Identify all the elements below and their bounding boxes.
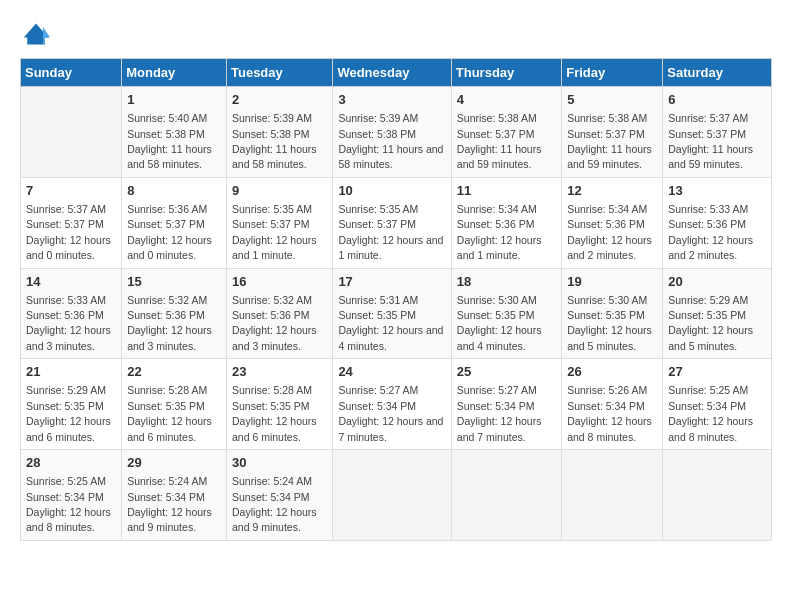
day-info: Sunrise: 5:39 AM Sunset: 5:38 PM Dayligh…: [232, 112, 317, 170]
calendar-cell: [663, 450, 772, 541]
day-number: 20: [668, 273, 766, 291]
day-info: Sunrise: 5:27 AM Sunset: 5:34 PM Dayligh…: [457, 384, 542, 442]
day-number: 15: [127, 273, 221, 291]
day-number: 10: [338, 182, 445, 200]
day-number: 21: [26, 363, 116, 381]
calendar-cell: 25 Sunrise: 5:27 AM Sunset: 5:34 PM Dayl…: [451, 359, 561, 450]
day-info: Sunrise: 5:33 AM Sunset: 5:36 PM Dayligh…: [26, 294, 111, 352]
day-number: 9: [232, 182, 327, 200]
day-info: Sunrise: 5:36 AM Sunset: 5:37 PM Dayligh…: [127, 203, 212, 261]
day-number: 13: [668, 182, 766, 200]
calendar-cell: [333, 450, 451, 541]
day-number: 23: [232, 363, 327, 381]
day-number: 2: [232, 91, 327, 109]
calendar-cell: 26 Sunrise: 5:26 AM Sunset: 5:34 PM Dayl…: [562, 359, 663, 450]
day-info: Sunrise: 5:25 AM Sunset: 5:34 PM Dayligh…: [26, 475, 111, 533]
day-info: Sunrise: 5:38 AM Sunset: 5:37 PM Dayligh…: [567, 112, 652, 170]
day-number: 5: [567, 91, 657, 109]
calendar-cell: [562, 450, 663, 541]
header-day: Monday: [122, 59, 227, 87]
calendar-cell: 29 Sunrise: 5:24 AM Sunset: 5:34 PM Dayl…: [122, 450, 227, 541]
calendar-cell: 9 Sunrise: 5:35 AM Sunset: 5:37 PM Dayli…: [226, 177, 332, 268]
day-number: 27: [668, 363, 766, 381]
calendar-cell: 2 Sunrise: 5:39 AM Sunset: 5:38 PM Dayli…: [226, 87, 332, 178]
day-info: Sunrise: 5:33 AM Sunset: 5:36 PM Dayligh…: [668, 203, 753, 261]
day-number: 24: [338, 363, 445, 381]
calendar-cell: 7 Sunrise: 5:37 AM Sunset: 5:37 PM Dayli…: [21, 177, 122, 268]
calendar-cell: [451, 450, 561, 541]
calendar-cell: 1 Sunrise: 5:40 AM Sunset: 5:38 PM Dayli…: [122, 87, 227, 178]
calendar-cell: 3 Sunrise: 5:39 AM Sunset: 5:38 PM Dayli…: [333, 87, 451, 178]
day-number: 26: [567, 363, 657, 381]
calendar-cell: 17 Sunrise: 5:31 AM Sunset: 5:35 PM Dayl…: [333, 268, 451, 359]
logo: [20, 20, 56, 48]
day-number: 22: [127, 363, 221, 381]
calendar-cell: [21, 87, 122, 178]
header-day: Sunday: [21, 59, 122, 87]
day-info: Sunrise: 5:25 AM Sunset: 5:34 PM Dayligh…: [668, 384, 753, 442]
day-info: Sunrise: 5:28 AM Sunset: 5:35 PM Dayligh…: [127, 384, 212, 442]
day-number: 16: [232, 273, 327, 291]
day-info: Sunrise: 5:32 AM Sunset: 5:36 PM Dayligh…: [232, 294, 317, 352]
day-number: 14: [26, 273, 116, 291]
day-number: 3: [338, 91, 445, 109]
day-number: 30: [232, 454, 327, 472]
calendar-cell: 13 Sunrise: 5:33 AM Sunset: 5:36 PM Dayl…: [663, 177, 772, 268]
day-number: 17: [338, 273, 445, 291]
day-info: Sunrise: 5:24 AM Sunset: 5:34 PM Dayligh…: [127, 475, 212, 533]
calendar-cell: 16 Sunrise: 5:32 AM Sunset: 5:36 PM Dayl…: [226, 268, 332, 359]
calendar-cell: 11 Sunrise: 5:34 AM Sunset: 5:36 PM Dayl…: [451, 177, 561, 268]
day-info: Sunrise: 5:29 AM Sunset: 5:35 PM Dayligh…: [668, 294, 753, 352]
day-info: Sunrise: 5:37 AM Sunset: 5:37 PM Dayligh…: [668, 112, 753, 170]
calendar-cell: 19 Sunrise: 5:30 AM Sunset: 5:35 PM Dayl…: [562, 268, 663, 359]
day-number: 12: [567, 182, 657, 200]
calendar-cell: 21 Sunrise: 5:29 AM Sunset: 5:35 PM Dayl…: [21, 359, 122, 450]
day-info: Sunrise: 5:34 AM Sunset: 5:36 PM Dayligh…: [567, 203, 652, 261]
header-day: Wednesday: [333, 59, 451, 87]
day-number: 7: [26, 182, 116, 200]
day-info: Sunrise: 5:35 AM Sunset: 5:37 PM Dayligh…: [232, 203, 317, 261]
day-info: Sunrise: 5:35 AM Sunset: 5:37 PM Dayligh…: [338, 203, 443, 261]
calendar-cell: 23 Sunrise: 5:28 AM Sunset: 5:35 PM Dayl…: [226, 359, 332, 450]
calendar-cell: 20 Sunrise: 5:29 AM Sunset: 5:35 PM Dayl…: [663, 268, 772, 359]
calendar-cell: 5 Sunrise: 5:38 AM Sunset: 5:37 PM Dayli…: [562, 87, 663, 178]
day-info: Sunrise: 5:38 AM Sunset: 5:37 PM Dayligh…: [457, 112, 542, 170]
day-info: Sunrise: 5:28 AM Sunset: 5:35 PM Dayligh…: [232, 384, 317, 442]
calendar-row: 14 Sunrise: 5:33 AM Sunset: 5:36 PM Dayl…: [21, 268, 772, 359]
day-number: 29: [127, 454, 221, 472]
header-day: Friday: [562, 59, 663, 87]
calendar-row: 7 Sunrise: 5:37 AM Sunset: 5:37 PM Dayli…: [21, 177, 772, 268]
header-day: Thursday: [451, 59, 561, 87]
header-day: Tuesday: [226, 59, 332, 87]
calendar-cell: 18 Sunrise: 5:30 AM Sunset: 5:35 PM Dayl…: [451, 268, 561, 359]
header-day: Saturday: [663, 59, 772, 87]
calendar-cell: 6 Sunrise: 5:37 AM Sunset: 5:37 PM Dayli…: [663, 87, 772, 178]
day-info: Sunrise: 5:26 AM Sunset: 5:34 PM Dayligh…: [567, 384, 652, 442]
calendar-row: 28 Sunrise: 5:25 AM Sunset: 5:34 PM Dayl…: [21, 450, 772, 541]
day-info: Sunrise: 5:27 AM Sunset: 5:34 PM Dayligh…: [338, 384, 443, 442]
day-info: Sunrise: 5:24 AM Sunset: 5:34 PM Dayligh…: [232, 475, 317, 533]
day-info: Sunrise: 5:29 AM Sunset: 5:35 PM Dayligh…: [26, 384, 111, 442]
header-row: SundayMondayTuesdayWednesdayThursdayFrid…: [21, 59, 772, 87]
calendar-cell: 22 Sunrise: 5:28 AM Sunset: 5:35 PM Dayl…: [122, 359, 227, 450]
day-info: Sunrise: 5:39 AM Sunset: 5:38 PM Dayligh…: [338, 112, 443, 170]
day-info: Sunrise: 5:31 AM Sunset: 5:35 PM Dayligh…: [338, 294, 443, 352]
calendar-body: 1 Sunrise: 5:40 AM Sunset: 5:38 PM Dayli…: [21, 87, 772, 541]
day-info: Sunrise: 5:30 AM Sunset: 5:35 PM Dayligh…: [567, 294, 652, 352]
calendar-cell: 10 Sunrise: 5:35 AM Sunset: 5:37 PM Dayl…: [333, 177, 451, 268]
day-number: 8: [127, 182, 221, 200]
day-number: 4: [457, 91, 556, 109]
calendar-cell: 8 Sunrise: 5:36 AM Sunset: 5:37 PM Dayli…: [122, 177, 227, 268]
calendar-cell: 15 Sunrise: 5:32 AM Sunset: 5:36 PM Dayl…: [122, 268, 227, 359]
day-number: 25: [457, 363, 556, 381]
page-header: [20, 20, 772, 48]
calendar-cell: 30 Sunrise: 5:24 AM Sunset: 5:34 PM Dayl…: [226, 450, 332, 541]
day-info: Sunrise: 5:32 AM Sunset: 5:36 PM Dayligh…: [127, 294, 212, 352]
calendar-table: SundayMondayTuesdayWednesdayThursdayFrid…: [20, 58, 772, 541]
day-number: 28: [26, 454, 116, 472]
calendar-cell: 27 Sunrise: 5:25 AM Sunset: 5:34 PM Dayl…: [663, 359, 772, 450]
day-info: Sunrise: 5:40 AM Sunset: 5:38 PM Dayligh…: [127, 112, 212, 170]
day-number: 11: [457, 182, 556, 200]
calendar-cell: 4 Sunrise: 5:38 AM Sunset: 5:37 PM Dayli…: [451, 87, 561, 178]
logo-icon: [20, 20, 52, 48]
